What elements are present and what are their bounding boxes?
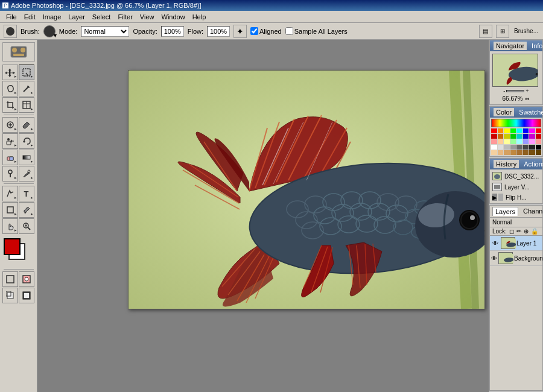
layer-bg-visibility[interactable]: 👁 (491, 254, 497, 262)
swatch-gray[interactable] (504, 145, 510, 150)
swatch-peach[interactable] (498, 139, 504, 144)
brush-tool[interactable]: ▸ (19, 117, 34, 133)
swatch-midgray[interactable] (510, 145, 516, 150)
slice-tool[interactable]: ▸ (19, 97, 34, 113)
zoom-slider[interactable] (506, 90, 524, 92)
swatch-cyan[interactable] (516, 128, 522, 133)
menu-edit[interactable]: Edit (21, 12, 39, 22)
pen-tool[interactable]: ▸ (19, 166, 34, 182)
gradient-tool[interactable]: ▸ (19, 150, 34, 165)
history-brush-tool[interactable]: ▸ (19, 133, 34, 149)
menu-image[interactable]: Image (39, 12, 65, 22)
color-spectrum-strip[interactable] (491, 119, 541, 127)
swatch-darkgreen[interactable] (510, 134, 516, 139)
menu-layer[interactable]: Layer (65, 12, 89, 22)
palette-btn[interactable]: ▤ (479, 25, 492, 38)
magic-wand-tool[interactable]: ▸ (19, 81, 34, 96)
navigator-tab[interactable]: Navigator (494, 42, 527, 50)
airbrush-btn[interactable]: ✦ (233, 25, 247, 38)
lock-transparent-icon[interactable]: ◻ (509, 228, 514, 235)
channels-tab[interactable]: Channels (521, 207, 543, 216)
aligned-checkbox[interactable]: Aligned (250, 27, 282, 35)
brush-picker[interactable]: ▼ (43, 25, 56, 37)
flow-input[interactable]: 100% (207, 26, 230, 37)
path-selection-tool[interactable]: ▸ (2, 186, 18, 201)
swatch-white[interactable] (491, 145, 497, 150)
tool-preset-btn[interactable] (4, 25, 17, 38)
swatch-darkred[interactable] (491, 134, 497, 139)
zoom-tool[interactable] (19, 218, 34, 234)
dodge-tool[interactable]: ▸ (2, 166, 18, 182)
crop-tool[interactable]: ▸ (2, 97, 18, 113)
swatch-lightcyan[interactable] (516, 139, 522, 144)
swatch-skin1[interactable] (491, 150, 497, 155)
menu-file[interactable]: File (2, 12, 21, 22)
swatch-black[interactable] (536, 145, 542, 150)
swatch-pink2[interactable] (536, 139, 542, 144)
opacity-input[interactable]: 100% (161, 26, 184, 37)
actions-tab[interactable]: Actions (521, 160, 543, 168)
sample-all-checkbox[interactable]: Sample All Layers (285, 27, 348, 35)
swatch-brown[interactable] (498, 134, 504, 139)
swatch-skin2[interactable] (498, 150, 504, 155)
selection-tool[interactable]: ▸ (19, 65, 34, 80)
swatch-darkyellow[interactable] (504, 134, 510, 139)
hand-tool[interactable]: ▸ (2, 218, 18, 234)
history-item-2[interactable]: Layer V... (491, 182, 541, 192)
swatch-orange[interactable] (498, 128, 504, 133)
swatch-skin7[interactable] (529, 150, 535, 155)
swatch-pink[interactable] (491, 139, 497, 144)
text-tool[interactable]: T ▸ (19, 186, 34, 201)
zoom-out-icon[interactable]: - (503, 88, 505, 94)
menu-help[interactable]: Help (189, 12, 210, 22)
history-item-1[interactable]: DSC_3332... (491, 171, 541, 182)
swatch-blue[interactable] (523, 128, 529, 133)
lock-position-icon[interactable]: ⊕ (524, 228, 529, 235)
zoom-expand-icon[interactable]: ⇔ (525, 96, 530, 102)
swatch-skin4[interactable] (510, 150, 516, 155)
history-item-3[interactable]: ▶ Flip H... (491, 192, 541, 202)
swatch-yellow[interactable] (504, 128, 510, 133)
swatch-verydarkgray[interactable] (523, 145, 529, 150)
healing-tool[interactable]: ▸ (2, 117, 18, 133)
screen-mode-btn2[interactable] (19, 288, 34, 303)
swatch-skin5[interactable] (516, 150, 522, 155)
swatch-red2[interactable] (536, 128, 542, 133)
swatch-lightgray[interactable] (498, 145, 504, 150)
screen-mode-btn1[interactable] (2, 288, 18, 303)
swatch-red[interactable] (491, 128, 497, 133)
history-tab[interactable]: History (494, 160, 519, 168)
swatch-nearblack[interactable] (529, 145, 535, 150)
swatch-periwinkle[interactable] (523, 139, 529, 144)
swatch-lightyellow[interactable] (504, 139, 510, 144)
menu-select[interactable]: Select (89, 12, 115, 22)
swatch-lightgreen[interactable] (510, 139, 516, 144)
zoom-in-icon[interactable]: + (526, 88, 529, 94)
swatch-green[interactable] (510, 128, 516, 133)
eraser-tool[interactable]: ▸ (2, 150, 18, 165)
standard-mode-btn[interactable] (2, 271, 18, 287)
menu-view[interactable]: View (136, 12, 158, 22)
layer-item-1[interactable]: 👁 Layer 1 (490, 236, 542, 251)
extra-btn[interactable]: ⊞ (496, 25, 509, 38)
swatch-purple[interactable] (529, 134, 535, 139)
layers-tab[interactable]: Layers (492, 207, 518, 216)
swatch-skin3[interactable] (504, 150, 510, 155)
foreground-color[interactable] (4, 238, 21, 255)
swatch-lavender[interactable] (529, 139, 535, 144)
menu-filter[interactable]: Filter (114, 12, 136, 22)
shape-tool[interactable]: ▸ (2, 202, 18, 218)
menu-window[interactable]: Window (158, 12, 189, 22)
swatch-darkblue[interactable] (523, 134, 529, 139)
quickmask-mode-btn[interactable] (19, 271, 34, 287)
swatch-skin6[interactable] (523, 150, 529, 155)
lock-all-icon[interactable]: 🔒 (531, 228, 538, 235)
layer-1-visibility[interactable]: 👁 (491, 239, 500, 247)
canvas-image[interactable] (129, 71, 484, 309)
color-tab[interactable]: Color (494, 108, 514, 116)
lasso-tool[interactable]: ▸ (2, 81, 18, 96)
swatch-magenta[interactable] (529, 128, 535, 133)
clone-tool[interactable]: ▸ (2, 133, 18, 149)
lock-paint-icon[interactable]: ✏ (516, 228, 521, 235)
swatch-darkred2[interactable] (536, 134, 542, 139)
